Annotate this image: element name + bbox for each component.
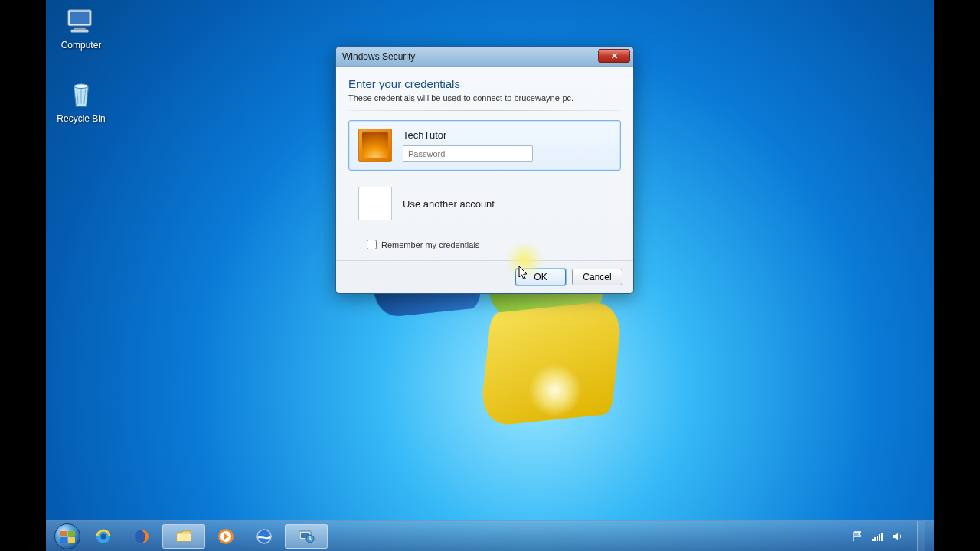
- flag-icon: [851, 530, 864, 543]
- remember-credentials-label: Remember my credentials: [381, 240, 479, 249]
- tray-network[interactable]: [871, 530, 884, 543]
- taskbar-item-explorer[interactable]: [162, 524, 205, 549]
- computer-icon: [64, 6, 99, 37]
- recycle-bin-icon: [64, 80, 99, 110]
- svg-point-6: [101, 533, 106, 539]
- user-avatar-icon: [358, 129, 392, 162]
- tray-action-center[interactable]: [851, 530, 864, 543]
- svg-point-4: [74, 84, 88, 89]
- svg-rect-20: [881, 533, 883, 541]
- desktop-background: Computer Recycle Bin Windows Security ✕ …: [46, 0, 934, 551]
- desktop-icon-recycle-bin[interactable]: Recycle Bin: [51, 80, 112, 124]
- dialog-footer: OK Cancel: [336, 260, 633, 293]
- taskbar-item-firefox[interactable]: [124, 524, 159, 549]
- svg-rect-3: [71, 30, 89, 33]
- speaker-icon: [891, 530, 903, 543]
- svg-rect-18: [877, 536, 878, 541]
- system-tray: [851, 521, 928, 552]
- credential-tile-other[interactable]: Use another account: [348, 178, 621, 229]
- show-desktop-button[interactable]: [917, 521, 925, 552]
- dialog-title: Windows Security: [342, 51, 415, 62]
- desktop-icon-label: Computer: [51, 40, 112, 51]
- wifi-signal-icon: [871, 530, 884, 543]
- close-button[interactable]: ✕: [598, 49, 630, 63]
- svg-rect-2: [74, 28, 85, 30]
- taskbar-item-wmp[interactable]: [208, 524, 243, 549]
- use-another-account-label: Use another account: [403, 198, 495, 210]
- taskbar-item-ie[interactable]: [86, 524, 121, 549]
- taskbar-item-rdp[interactable]: [285, 524, 328, 549]
- ie-icon: [94, 527, 113, 546]
- cancel-button[interactable]: Cancel: [572, 269, 622, 285]
- taskbar-item-earth[interactable]: [247, 524, 282, 549]
- desktop-icon-label: Recycle Bin: [51, 113, 112, 124]
- svg-rect-8: [177, 534, 191, 541]
- desktop-icon-computer[interactable]: Computer: [51, 6, 112, 51]
- google-earth-icon: [255, 527, 273, 546]
- folder-icon: [175, 527, 193, 546]
- windows-security-dialog: Windows Security ✕ Enter your credential…: [335, 46, 634, 294]
- firefox-icon: [132, 527, 151, 546]
- dialog-heading: Enter your credentials: [348, 77, 621, 90]
- remember-credentials-checkbox[interactable]: [367, 240, 377, 249]
- credential-tile-primary[interactable]: TechTutor: [348, 120, 621, 171]
- credential-username: TechTutor: [403, 129, 611, 141]
- svg-rect-19: [879, 534, 880, 541]
- blank-avatar-icon: [358, 187, 392, 220]
- separator: [348, 110, 621, 111]
- password-input[interactable]: [403, 145, 533, 162]
- start-button[interactable]: [52, 521, 83, 552]
- remote-desktop-icon: [297, 527, 315, 546]
- taskbar: [46, 520, 934, 551]
- close-icon: ✕: [611, 51, 618, 61]
- media-player-icon: [217, 527, 235, 546]
- svg-rect-17: [874, 537, 876, 541]
- dialog-subtext: These credentials will be used to connec…: [348, 93, 621, 103]
- dialog-titlebar[interactable]: Windows Security ✕: [336, 47, 633, 67]
- mouse-cursor-icon: [518, 266, 529, 281]
- svg-rect-16: [872, 539, 874, 541]
- svg-rect-1: [70, 12, 90, 24]
- windows-orb-icon: [54, 523, 80, 549]
- tray-volume[interactable]: [891, 530, 903, 543]
